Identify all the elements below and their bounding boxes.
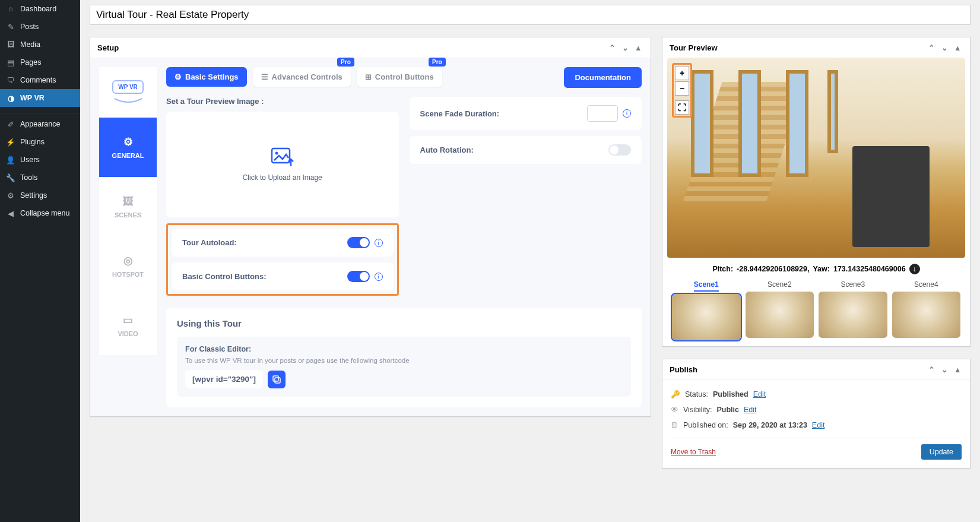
zoom-out-button[interactable]: − (675, 81, 689, 96)
auto-rotation-toggle[interactable] (608, 144, 631, 156)
side-tab-general[interactable]: ⚙GENERAL (99, 118, 157, 177)
copy-shortcode-button[interactable] (268, 371, 286, 388)
upload-image-icon (271, 147, 294, 167)
status-label: Status: (685, 390, 708, 398)
sidebar-item-users[interactable]: 👤Users (0, 151, 80, 169)
scene-thumb-4[interactable]: Scene4 (892, 280, 961, 340)
edit-visibility-link[interactable]: Edit (744, 406, 757, 414)
sidebar-item-tools[interactable]: 🔧Tools (0, 169, 80, 186)
caret-up-icon[interactable]: ▴ (633, 42, 643, 53)
sidebar-item-label: Appearance (20, 120, 60, 128)
tab-label: Basic Settings (185, 72, 239, 81)
sidebar-item-pages[interactable]: ▤Pages (0, 53, 80, 71)
sidebar-item-label: Pages (20, 58, 41, 67)
classic-heading: For Classic Editor: (185, 345, 623, 353)
tab-advanced-controls[interactable]: Pro ☰ Advanced Controls (253, 67, 351, 87)
scene-label: Scene4 (914, 280, 938, 292)
panel-title: Publish (670, 365, 924, 374)
plug-icon: ⚡ (6, 137, 15, 147)
sidebar-item-plugins[interactable]: ⚡Plugins (0, 133, 80, 151)
visibility-value: Public (716, 406, 739, 414)
sidebar-item-label: Settings (20, 191, 47, 200)
scene-label: Scene1 (694, 280, 719, 292)
caret-up-icon[interactable]: ▴ (952, 364, 963, 375)
scene-thumbnails: Scene1 Scene2 Scene3 Scene4 (667, 280, 965, 346)
sidebar-item-label: Collapse menu (20, 209, 69, 217)
documentation-button[interactable]: Documentation (564, 67, 642, 88)
chevron-down-icon[interactable]: ⌄ (939, 364, 950, 375)
sidebar-item-collapse[interactable]: ◀Collapse menu (0, 204, 80, 222)
sidebar-item-settings[interactable]: ⚙Settings (0, 186, 80, 204)
brush-icon: ✐ (6, 119, 15, 129)
sidebar-item-appearance[interactable]: ✐Appearance (0, 113, 80, 133)
user-icon: 👤 (6, 155, 15, 164)
logo-arc-icon (113, 97, 143, 105)
basic-control-toggle[interactable] (347, 271, 370, 282)
tab-control-buttons[interactable]: Pro ⊞ Control Buttons (357, 67, 442, 87)
fade-duration-label: Scene Fade Duration: (420, 109, 588, 118)
scene-thumb-3[interactable]: Scene3 (819, 280, 887, 340)
sidebar-item-posts[interactable]: ✎Posts (0, 18, 80, 36)
zoom-in-button[interactable]: + (675, 66, 689, 80)
fullscreen-button[interactable]: ⛶ (675, 100, 689, 115)
caret-up-icon[interactable]: ▴ (952, 42, 963, 53)
page-icon: ▤ (6, 58, 15, 67)
yaw-label: Yaw: (813, 265, 830, 273)
download-coords-icon[interactable]: ↓ (909, 264, 920, 274)
upload-text: Click to Upload an Image (243, 173, 322, 182)
visibility-label: Visibility: (683, 406, 712, 414)
move-to-trash-link[interactable]: Move to Trash (671, 448, 716, 456)
fireplace-decor (852, 146, 930, 247)
highlight-box-toggles: Tour Autoload: i Basic Control Buttons: … (166, 223, 399, 296)
gear-icon: ⚙ (175, 72, 182, 81)
fade-duration-input[interactable] (587, 105, 618, 122)
tab-basic-settings[interactable]: ⚙ Basic Settings (166, 67, 247, 87)
wpvr-logo: WP VR (112, 80, 144, 94)
published-label: Published on: (683, 421, 728, 429)
info-icon[interactable]: i (375, 239, 383, 247)
info-icon[interactable]: i (375, 273, 383, 281)
edit-status-link[interactable]: Edit (753, 390, 766, 398)
side-tab-video[interactable]: ▭VIDEO (99, 296, 157, 355)
controls-icon: ⊞ (365, 72, 372, 81)
edit-date-link[interactable]: Edit (812, 421, 825, 429)
using-tour-card: Using this Tour For Classic Editor: To u… (166, 308, 642, 407)
admin-sidebar: ⌂Dashboard ✎Posts 🖾Media ▤Pages 🗨Comment… (0, 0, 80, 522)
side-tab-label: SCENES (115, 211, 141, 219)
chevron-up-icon[interactable]: ⌃ (926, 364, 937, 375)
chevron-up-icon[interactable]: ⌃ (607, 42, 617, 53)
info-icon[interactable]: i (623, 109, 631, 118)
chevron-down-icon[interactable]: ⌄ (939, 42, 950, 53)
side-tab-hotspot[interactable]: ◎HOTSPOT (99, 236, 157, 296)
sidebar-item-dashboard[interactable]: ⌂Dashboard (0, 0, 80, 18)
sidebar-item-label: WP VR (20, 94, 45, 102)
tour-autoload-toggle[interactable] (347, 237, 370, 248)
update-button[interactable]: Update (921, 444, 962, 460)
side-tab-label: HOTSPOT (112, 271, 144, 278)
publish-panel: Publish ⌃ ⌄ ▴ 🔑Status: Published Edit 👁V… (662, 359, 971, 469)
calendar-icon: 🗓 (671, 421, 678, 429)
highlight-box-viewport-controls: + − ⛶ (672, 63, 692, 118)
window-decor (738, 70, 761, 177)
scene-thumb-1[interactable]: Scene1 (672, 280, 741, 340)
tour-autoload-label: Tour Autoload: (182, 238, 347, 247)
chevron-up-icon[interactable]: ⌃ (926, 42, 937, 53)
page-title[interactable]: Virtual Tour - Real Estate Property (90, 5, 971, 25)
scene-thumb-2[interactable]: Scene2 (746, 280, 814, 340)
sidebar-item-media[interactable]: 🖾Media (0, 36, 80, 53)
panorama-viewport[interactable]: + − ⛶ (667, 58, 965, 258)
preview-image-label: Set a Tour Preview Image : (166, 97, 399, 106)
svg-rect-2 (273, 376, 278, 381)
sidebar-item-comments[interactable]: 🗨Comments (0, 71, 80, 89)
side-tab-scenes[interactable]: 🖼SCENES (99, 177, 157, 236)
chevron-down-icon[interactable]: ⌄ (620, 42, 630, 53)
pitch-value: -28.94429206108929, (737, 265, 809, 273)
upload-image-area[interactable]: Click to Upload an Image (166, 112, 399, 217)
yaw-value: 173.14325480469006 (833, 265, 906, 273)
sidebar-item-label: Plugins (20, 138, 45, 146)
svg-point-1 (275, 152, 278, 155)
pin-icon: ✎ (6, 22, 15, 31)
sidebar-item-wpvr[interactable]: ◑WP VR (0, 89, 80, 107)
shortcode-text: [wpvr id="3290"] (185, 370, 263, 388)
main-content: Virtual Tour - Real Estate Property Setu… (80, 0, 980, 522)
